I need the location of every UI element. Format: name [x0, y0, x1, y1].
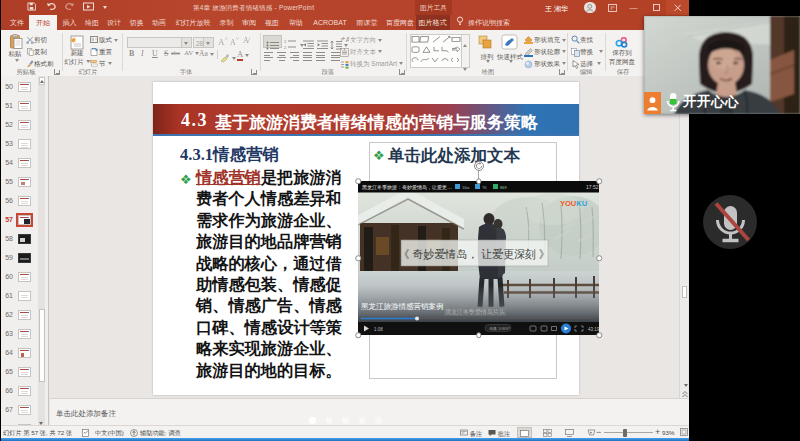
tab-slideshow[interactable]: 幻灯片放映 — [176, 15, 211, 30]
mute-microphone-button[interactable] — [703, 195, 757, 249]
align-right-button[interactable] — [290, 51, 299, 59]
replace-icon[interactable] — [571, 48, 580, 57]
paste-icon[interactable] — [9, 34, 23, 49]
tab-view[interactable]: 视图 — [265, 15, 279, 30]
justify-button[interactable] — [303, 51, 312, 59]
close-button[interactable] — [666, 0, 689, 15]
tab-review[interactable]: 审阅 — [242, 15, 256, 30]
nav-dot-5[interactable] — [375, 417, 382, 424]
change-case-button[interactable]: Aa — [199, 49, 214, 58]
tab-picture-format[interactable]: 图片格式 — [416, 15, 450, 30]
tab-baidu-netdisk[interactable]: 百度网盘 — [386, 15, 414, 30]
tab-help[interactable]: 帮助 — [289, 15, 303, 30]
redo-icon[interactable] — [64, 2, 75, 12]
tab-insert[interactable]: 插入 — [63, 15, 77, 30]
shape-outline-icon[interactable] — [524, 48, 533, 57]
rotate-handle[interactable] — [474, 161, 484, 171]
tell-me-search[interactable]: 操作说明搜索 — [456, 15, 510, 30]
tab-record[interactable]: 录制 — [220, 15, 234, 30]
zoom-in-button[interactable]: + — [655, 427, 660, 437]
normal-view-button[interactable] — [517, 427, 532, 438]
editor-vertical-scrollbar[interactable] — [679, 76, 688, 398]
clear-formatting-button[interactable]: A̸ — [243, 36, 249, 45]
copy-icon[interactable] — [27, 48, 34, 56]
font-size-combo[interactable]: 28 — [193, 37, 214, 48]
ribbon-display-options-button[interactable] — [601, 0, 624, 15]
save-to-baidu-button[interactable]: 保存到百度网盘 — [609, 49, 635, 66]
webcam-video-overlay[interactable]: 开开心心 — [644, 16, 800, 114]
thumbnail-scrollbar-thumb[interactable] — [39, 309, 45, 382]
paragraph-dialog-launcher[interactable] — [399, 69, 405, 75]
layout-button[interactable]: 版式 — [99, 36, 118, 45]
clipboard-dialog-launcher[interactable] — [54, 69, 60, 75]
slide-sorter-view-button[interactable] — [540, 427, 555, 438]
shape-fill-button[interactable]: 形状填充 — [534, 36, 566, 45]
user-name[interactable]: 王 湘华 — [545, 4, 568, 14]
tab-rain-classroom[interactable]: 雨课堂 — [357, 15, 378, 30]
find-button[interactable]: 查找 — [580, 36, 593, 45]
smartart-button[interactable]: 转换为 SmartArt — [350, 60, 403, 69]
distribute-button[interactable] — [316, 51, 325, 59]
find-icon[interactable] — [571, 35, 580, 44]
reset-icon[interactable] — [90, 48, 98, 56]
nav-dot-4[interactable] — [359, 417, 366, 424]
align-text-button[interactable]: 对齐文本 — [350, 48, 382, 57]
nav-dot-2[interactable] — [326, 417, 333, 424]
thumbnail-scrollbar[interactable] — [38, 76, 45, 427]
text-direction-button[interactable]: 文字方向 — [350, 36, 382, 45]
resize-handle-e[interactable] — [596, 255, 602, 261]
zoom-slider-handle[interactable] — [623, 429, 627, 437]
new-slide-icon[interactable] — [70, 35, 84, 50]
bold-button[interactable]: B — [129, 49, 134, 58]
font-dialog-launcher[interactable] — [251, 69, 257, 75]
accessibility-status[interactable]: 辅助功能: 调查 — [140, 429, 181, 438]
resize-handle-s[interactable] — [476, 332, 482, 338]
character-spacing-button[interactable]: AV — [184, 49, 199, 57]
resize-handle-se[interactable] — [596, 332, 602, 338]
zoom-slider-track[interactable] — [604, 432, 653, 433]
cut-icon[interactable] — [26, 36, 34, 44]
font-name-combo[interactable] — [127, 37, 192, 48]
thumbnail-scrollbar-up-button[interactable] — [39, 77, 45, 85]
shapes-gallery[interactable] — [410, 34, 470, 68]
reset-button[interactable]: 重置 — [99, 48, 112, 57]
new-slide-label[interactable]: 新建幻灯片 — [64, 49, 90, 66]
minimize-button[interactable]: — — [622, 0, 645, 15]
tab-acrobat[interactable]: ACROBAT — [313, 15, 346, 30]
font-color-button[interactable]: A — [237, 49, 249, 59]
notes-placeholder[interactable]: 单击此处添加备注 — [56, 409, 116, 419]
cut-button[interactable]: 剪切 — [34, 36, 47, 45]
resize-handle-sw[interactable] — [355, 332, 361, 338]
tab-file[interactable]: 文件 — [10, 15, 24, 30]
shape-effects-icon[interactable] — [524, 60, 533, 69]
highlight-color-button[interactable] — [220, 49, 236, 67]
zoom-out-button[interactable]: − — [596, 427, 601, 437]
arrange-icon[interactable] — [478, 35, 492, 49]
resize-handle-nw[interactable] — [355, 178, 361, 184]
tab-draw[interactable]: 绘图 — [85, 15, 99, 30]
save-icon[interactable] — [27, 2, 36, 11]
strikethrough-button[interactable]: S — [164, 49, 168, 58]
editor-scrollbar-thumb[interactable] — [682, 286, 687, 298]
format-painter-icon[interactable] — [26, 59, 34, 67]
shape-outline-button[interactable]: 形状轮廓 — [534, 48, 566, 57]
align-center-button[interactable] — [277, 51, 286, 59]
columns-button[interactable] — [331, 51, 340, 59]
combo-dropdown-icon[interactable] — [181, 38, 191, 47]
tab-animations[interactable]: 动画 — [152, 15, 166, 30]
bullets-button[interactable] — [263, 35, 282, 48]
qat-dropdown-icon[interactable] — [101, 2, 107, 13]
tab-transitions[interactable]: 切换 — [130, 15, 144, 30]
arrange-dropdown[interactable] — [484, 60, 490, 63]
start-slideshow-icon[interactable] — [83, 2, 94, 12]
nav-dot-1[interactable] — [309, 417, 316, 424]
resize-handle-w[interactable] — [355, 255, 361, 261]
shape-effects-button[interactable]: 形状效果 — [534, 60, 566, 69]
notes-button[interactable]: 备注 — [460, 429, 482, 439]
section-icon[interactable] — [90, 60, 98, 67]
quick-styles-icon[interactable] — [501, 34, 518, 50]
resize-handle-ne[interactable] — [596, 178, 602, 184]
underline-button[interactable]: U — [152, 49, 158, 58]
combo-dropdown-icon[interactable] — [203, 38, 213, 47]
undo-icon[interactable] — [46, 2, 57, 12]
